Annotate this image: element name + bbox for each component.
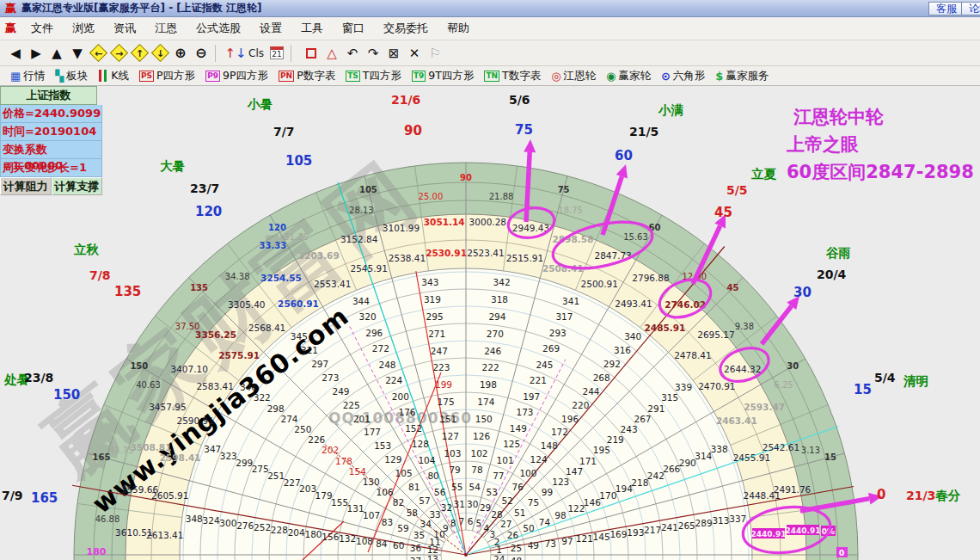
angle-label: 60 <box>615 148 633 163</box>
9p-square-button-icon: P9 <box>205 71 220 82</box>
date-label: 23/8 <box>24 371 53 385</box>
svg-text:60: 60 <box>393 540 404 551</box>
svg-text:105: 105 <box>395 468 413 478</box>
menu-资讯[interactable]: 资讯 <box>113 21 136 36</box>
svg-text:4: 4 <box>483 523 489 533</box>
svg-text:152: 152 <box>405 423 422 434</box>
svg-text:128: 128 <box>412 439 429 449</box>
9p-square-button[interactable]: P99P四方形 <box>205 69 268 83</box>
gann-wheel-button-label: 江恩轮 <box>564 69 597 83</box>
svg-text:2463.41: 2463.41 <box>716 415 757 426</box>
svg-text:30: 30 <box>467 499 478 509</box>
hexagon-button-icon: ⊙ <box>661 70 671 83</box>
t-table-button-label: T数字表 <box>502 69 541 83</box>
menu-设置[interactable]: 设置 <box>260 21 282 36</box>
svg-text:49: 49 <box>528 540 539 551</box>
9t-square-button[interactable]: T99T四方形 <box>412 69 475 83</box>
gann-wheel-button[interactable]: ◎江恩轮 <box>551 69 596 83</box>
date-label: 21/6 <box>391 93 420 107</box>
menu-帮助[interactable]: 帮助 <box>447 21 469 36</box>
zoom-out-icon[interactable]: ⊖ <box>192 44 211 63</box>
p-square-button[interactable]: PSP四方形 <box>139 69 195 83</box>
zoom-in-icon[interactable]: ⊕ <box>171 44 190 63</box>
t-square-button[interactable]: TST四方形 <box>346 69 401 83</box>
menu-交易委托[interactable]: 交易委托 <box>383 21 428 36</box>
date-label: 5/6 <box>509 93 530 107</box>
hexagon-button[interactable]: ⊙六角形 <box>661 69 705 83</box>
date-label: 21/3 <box>906 489 935 502</box>
svg-text:346: 346 <box>240 382 257 392</box>
svg-text:198: 198 <box>480 379 497 390</box>
svg-text:219: 219 <box>607 434 624 445</box>
svg-text:130: 130 <box>363 477 380 487</box>
coefficient-row: 变换系数=1.00000 <box>0 141 102 159</box>
rotate-cw-icon[interactable]: ↷ <box>364 44 383 63</box>
svg-text:324: 324 <box>203 515 220 526</box>
cross-tool-icon[interactable]: ✕ <box>405 44 424 63</box>
cls-button[interactable]: Cls <box>247 44 266 63</box>
date-label: 23/7 <box>190 182 219 195</box>
kline-button[interactable]: K线 <box>98 69 129 83</box>
svg-text:241: 241 <box>661 522 678 532</box>
svg-text:248: 248 <box>379 360 396 370</box>
svg-text:252: 252 <box>254 522 271 532</box>
menu-工具[interactable]: 工具 <box>301 21 323 36</box>
xbox-tool-icon[interactable]: ⊠ <box>384 44 403 63</box>
menu-浏览[interactable]: 浏览 <box>72 21 95 36</box>
winner-service-button[interactable]: $赢家服务 <box>715 69 769 83</box>
updown-icon[interactable]: ↑↓ <box>226 44 245 63</box>
rotate-ccw-icon[interactable]: ↶ <box>343 44 362 63</box>
forum-button[interactable]: 论坛 <box>961 2 980 15</box>
svg-text:75: 75 <box>528 497 539 508</box>
svg-text:101: 101 <box>497 455 514 465</box>
svg-text:15.63: 15.63 <box>623 232 648 242</box>
menu-文件[interactable]: 文件 <box>31 21 53 36</box>
svg-text:98: 98 <box>554 510 566 520</box>
svg-text:40.63: 40.63 <box>136 380 161 390</box>
t-table-button[interactable]: TNT数字表 <box>484 69 541 83</box>
pan-up-icon[interactable]: ↑ <box>130 44 149 63</box>
menu-江恩[interactable]: 江恩 <box>155 21 177 36</box>
calc-resistance-button[interactable]: 计算阻力 <box>0 177 52 195</box>
svg-text:318: 318 <box>491 294 508 305</box>
flag-tool-icon[interactable]: ⚐ <box>426 44 444 63</box>
pan-right-icon[interactable]: → <box>109 44 128 63</box>
date-label: 7/9 <box>2 489 23 502</box>
svg-text:180: 180 <box>305 529 322 539</box>
menu-窗口[interactable]: 窗口 <box>342 21 364 36</box>
pan-down-icon[interactable]: ↓ <box>150 44 169 63</box>
calendar-icon[interactable]: 21 <box>267 44 286 63</box>
angle-label: 75 <box>515 122 533 138</box>
triangle-tool-icon[interactable]: △ <box>322 44 341 63</box>
square-tool-icon[interactable] <box>302 44 321 63</box>
sectors-button[interactable]: ▚板块 <box>55 69 88 83</box>
angle-label: 90 <box>404 123 422 138</box>
pan-left-icon[interactable]: ← <box>89 44 107 63</box>
winner-wheel-button[interactable]: ◉赢家轮 <box>606 69 651 83</box>
svg-text:177: 177 <box>364 427 381 437</box>
svg-text:289: 289 <box>695 518 713 528</box>
svg-text:221: 221 <box>530 375 547 385</box>
menu-公式选股[interactable]: 公式选股 <box>196 21 241 36</box>
svg-text:226: 226 <box>308 434 325 445</box>
svg-text:342: 342 <box>493 277 511 287</box>
svg-text:291: 291 <box>647 403 665 414</box>
svg-text:149: 149 <box>510 423 527 434</box>
quotes-button[interactable]: ▦行情 <box>10 69 45 83</box>
p-table-button-label: P数字表 <box>297 69 335 83</box>
pointer-up-icon[interactable]: ▲ <box>47 44 66 63</box>
svg-text:266: 266 <box>663 464 680 474</box>
nav-back-icon[interactable]: ◀ <box>6 44 25 63</box>
svg-text:84: 84 <box>376 538 388 549</box>
nav-forward-icon[interactable]: ▶ <box>27 44 46 63</box>
customer-service-button[interactable]: 客服 <box>928 2 965 15</box>
angle-label: 150 <box>53 387 80 403</box>
calc-support-button[interactable]: 计算支撑 <box>52 177 103 195</box>
svg-text:37: 37 <box>410 556 421 560</box>
quotes-button-icon: ▦ <box>10 70 21 83</box>
annotation-line: 60度区间2847-2898 <box>787 158 980 186</box>
pointer-down-icon[interactable]: ▼ <box>68 44 87 63</box>
svg-text:320: 320 <box>359 311 377 322</box>
svg-text:156: 156 <box>322 532 339 542</box>
p-table-button[interactable]: PNP数字表 <box>279 69 335 83</box>
